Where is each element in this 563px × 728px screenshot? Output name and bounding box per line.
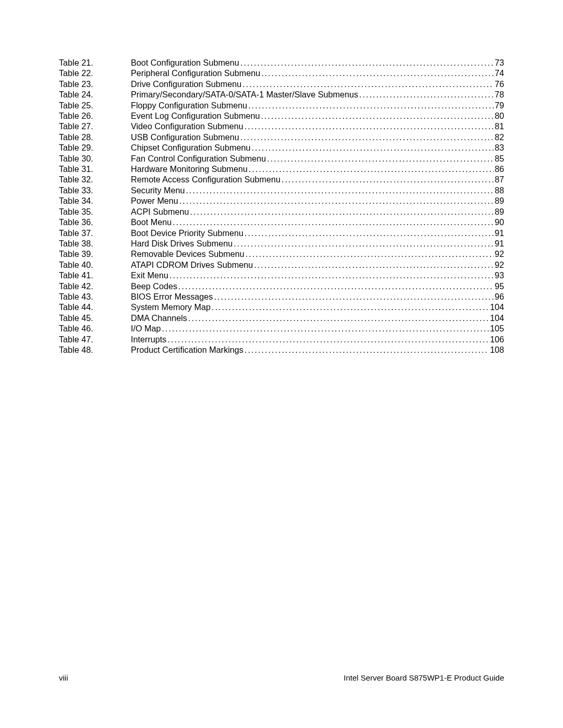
toc-page: 89	[494, 206, 504, 217]
toc-row: Table 21.Boot Configuration Submenu 73	[59, 57, 504, 68]
toc-row: Table 28.USB Configuration Submenu 82	[59, 132, 504, 142]
toc-title: ACPI Submenu	[131, 206, 189, 217]
toc-leader	[260, 68, 494, 78]
toc-row: Table 44.System Memory Map104	[59, 302, 504, 312]
toc-row: Table 30.Fan Control Configuration Subme…	[59, 153, 504, 164]
toc-label: Table 21.	[59, 57, 131, 68]
toc-label: Table 40.	[59, 260, 131, 270]
toc-label: Table 22.	[59, 68, 131, 78]
toc-row: Table 24.Primary/Secondary/SATA-0/SATA-1…	[59, 89, 504, 100]
toc-row: Table 26.Event Log Configuration Submenu…	[59, 110, 504, 121]
toc-leader	[250, 142, 494, 153]
toc-title: Event Log Configuration Submenu	[131, 110, 260, 121]
toc-title: USB Configuration Submenu	[131, 132, 239, 142]
toc-leader	[280, 174, 494, 184]
toc-leader	[358, 89, 494, 100]
toc-leader	[244, 249, 494, 259]
toc-title: Peripheral Configuration Submenu	[131, 68, 260, 78]
toc-label: Table 36.	[59, 217, 131, 227]
toc-list: Table 21.Boot Configuration Submenu 73Ta…	[59, 57, 504, 355]
toc-title: BIOS Error Messages	[131, 291, 213, 302]
toc-row: Table 22.Peripheral Configuration Submen…	[59, 68, 504, 78]
toc-title: Interrupts	[131, 334, 166, 344]
toc-row: Table 32.Remote Access Configuration Sub…	[59, 174, 504, 184]
toc-row: Table 41.Exit Menu93	[59, 270, 504, 280]
toc-title: Beep Codes	[131, 281, 177, 291]
toc-leader	[177, 281, 494, 291]
toc-page: 79	[494, 100, 504, 110]
toc-leader	[213, 291, 494, 302]
toc-label: Table 34.	[59, 195, 131, 206]
toc-page: 76	[494, 79, 504, 89]
toc-page: 96	[494, 291, 504, 302]
toc-leader	[211, 302, 489, 312]
toc-title: Drive Configuration Submenu	[131, 79, 241, 89]
toc-title: Power Menu	[131, 195, 178, 206]
toc-leader	[172, 217, 494, 227]
toc-title: Primary/Secondary/SATA-0/SATA-1 Master/S…	[131, 89, 358, 100]
toc-row: Table 33.Security Menu88	[59, 185, 504, 195]
toc-leader	[260, 110, 494, 121]
toc-page: 78	[494, 89, 504, 100]
toc-page: 83	[494, 142, 504, 153]
toc-title: Floppy Configuration Submenu	[131, 100, 247, 110]
toc-row: Table 23.Drive Configuration Submenu 76	[59, 79, 504, 89]
toc-title: Security Menu	[131, 185, 185, 195]
toc-title: Fan Control Configuration Submenu	[131, 153, 266, 164]
toc-leader	[189, 206, 494, 217]
toc-page: 85	[494, 153, 504, 164]
toc-label: Table 48.	[59, 344, 131, 355]
toc-title: Video Configuration Submenu	[131, 121, 243, 131]
toc-label: Table 44.	[59, 302, 131, 312]
toc-leader	[232, 238, 494, 249]
toc-row: Table 31.Hardware Monitoring Submenu86	[59, 164, 504, 174]
toc-row: Table 48.Product Certification Markings1…	[59, 344, 504, 355]
toc-row: Table 35.ACPI Submenu89	[59, 206, 504, 217]
toc-row: Table 27.Video Configuration Submenu81	[59, 121, 504, 131]
toc-row: Table 25.Floppy Configuration Submenu79	[59, 100, 504, 110]
toc-leader	[243, 344, 489, 355]
toc-title: DMA Channels	[131, 313, 187, 323]
toc-row: Table 38.Hard Disk Drives Submenu 91	[59, 238, 504, 249]
toc-leader	[243, 121, 494, 131]
toc-label: Table 38.	[59, 238, 131, 249]
toc-leader	[239, 57, 494, 68]
toc-label: Table 41.	[59, 270, 131, 280]
toc-row: Table 36.Boot Menu 90	[59, 217, 504, 227]
toc-title: ATAPI CDROM Drives Submenu	[131, 260, 253, 270]
toc-page: 91	[494, 238, 504, 249]
toc-row: Table 47.Interrupts 106	[59, 334, 504, 344]
toc-label: Table 30.	[59, 153, 131, 164]
toc-label: Table 27.	[59, 121, 131, 131]
toc-label: Table 47.	[59, 334, 131, 344]
toc-title: Hardware Monitoring Submenu	[131, 164, 248, 174]
toc-leader	[178, 195, 494, 206]
toc-page: 104	[489, 313, 504, 323]
toc-title: Chipset Configuration Submenu	[131, 142, 250, 153]
toc-row: Table 45.DMA Channels 104	[59, 313, 504, 323]
page-number: viii	[59, 673, 68, 682]
toc-label: Table 39.	[59, 249, 131, 259]
toc-page: 92	[494, 260, 504, 270]
toc-row: Table 40.ATAPI CDROM Drives Submenu 92	[59, 260, 504, 270]
toc-page: 74	[494, 68, 504, 78]
document-title: Intel Server Board S875WP1-E Product Gui…	[344, 673, 504, 682]
toc-row: Table 34.Power Menu 89	[59, 195, 504, 206]
toc-label: Table 43.	[59, 291, 131, 302]
toc-title: Removable Devices Submenu	[131, 249, 244, 259]
toc-label: Table 32.	[59, 174, 131, 184]
toc-leader	[243, 228, 494, 238]
toc-row: Table 43.BIOS Error Messages96	[59, 291, 504, 302]
toc-label: Table 35.	[59, 206, 131, 217]
toc-row: Table 37.Boot Device Priority Submenu91	[59, 228, 504, 238]
toc-leader	[253, 260, 494, 270]
toc-page: 87	[494, 174, 504, 184]
toc-page: 106	[489, 334, 504, 344]
toc-title: Boot Device Priority Submenu	[131, 228, 243, 238]
toc-label: Table 29.	[59, 142, 131, 153]
toc-title: Hard Disk Drives Submenu	[131, 238, 232, 249]
toc-title: Boot Menu	[131, 217, 172, 227]
toc-leader	[241, 79, 494, 89]
toc-leader	[166, 334, 489, 344]
toc-label: Table 23.	[59, 79, 131, 89]
